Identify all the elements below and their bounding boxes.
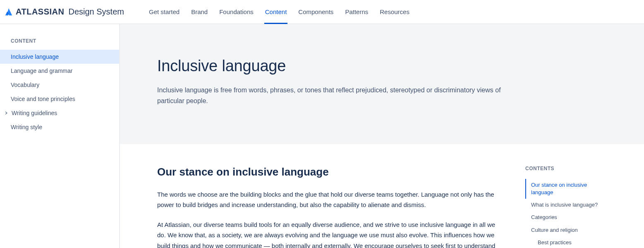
sidebar-item-label: Writing style [11,124,42,130]
table-of-contents: CONTENTS Our stance on inclusive languag… [525,144,616,248]
sidebar-item-voice-and-tone-principles[interactable]: Voice and tone principles [0,92,119,106]
toc-item[interactable]: Our stance on inclusive language [525,179,610,199]
sidebar-item-label: Writing guidelines [12,110,57,116]
sidebar-item-label: Inclusive language [11,53,59,60]
page-hero: Inclusive language Inclusive language is… [120,24,644,144]
sidebar-item-label: Voice and tone principles [11,96,75,102]
sidebar-item-writing-guidelines[interactable]: Writing guidelines [0,106,119,120]
sidebar-item-vocabulary[interactable]: Vocabulary [0,78,119,92]
article-body: Our stance on inclusive language The wor… [120,144,525,248]
toc-item[interactable]: Culture and religion [525,224,610,236]
page-subtitle: Inclusive language is free from words, p… [157,85,509,107]
article-paragraph: At Atlassian, our diverse teams build to… [157,219,500,248]
toc-item[interactable]: What is inclusive language? [525,199,610,211]
brand-logo[interactable]: ATLASSIAN Design System [4,7,132,17]
nav-item-get-started[interactable]: Get started [143,0,185,24]
toc-item[interactable]: Best practices [525,236,610,248]
chevron-right-icon [4,110,9,116]
top-nav: ATLASSIAN Design System Get startedBrand… [0,0,644,24]
nav-item-brand[interactable]: Brand [185,0,213,24]
sidebar: CONTENT Inclusive languageLanguage and g… [0,24,120,248]
brand-suffix: Design System [68,7,124,17]
nav-item-resources[interactable]: Resources [374,0,415,24]
nav-item-patterns[interactable]: Patterns [339,0,374,24]
page-title: Inclusive language [157,57,603,75]
nav-item-content[interactable]: Content [259,0,293,24]
sidebar-item-inclusive-language[interactable]: Inclusive language [0,50,119,64]
section-heading: Our stance on inclusive language [157,166,500,178]
main-content: Inclusive language Inclusive language is… [120,24,644,248]
article-paragraph: The words we choose are the building blo… [157,189,500,210]
toc-item[interactable]: Categories [525,211,610,224]
toc-heading: CONTENTS [525,166,610,171]
nav-item-components[interactable]: Components [292,0,339,24]
atlassian-logo-icon [4,7,13,17]
primary-nav: Get startedBrandFoundationsContentCompon… [143,0,415,24]
sidebar-item-label: Vocabulary [11,82,39,88]
sidebar-item-label: Language and grammar [11,67,72,74]
brand-name: ATLASSIAN [16,7,64,17]
nav-item-foundations[interactable]: Foundations [213,0,259,24]
sidebar-item-language-and-grammar[interactable]: Language and grammar [0,64,119,78]
sidebar-item-writing-style[interactable]: Writing style [0,120,119,134]
sidebar-heading: CONTENT [0,38,119,50]
